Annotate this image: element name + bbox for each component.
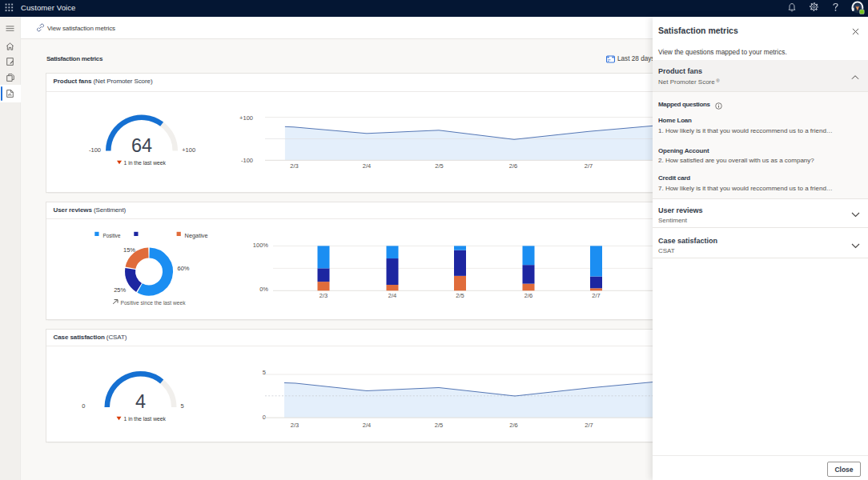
- svg-text:+100: +100: [239, 114, 253, 122]
- svg-text:Positive since the last week: Positive since the last week: [121, 299, 186, 306]
- svg-text:1 in the last week: 1 in the last week: [124, 159, 167, 166]
- svg-text:2/6: 2/6: [509, 422, 517, 429]
- svg-text:2/7: 2/7: [592, 292, 600, 299]
- svg-text:+100: +100: [182, 146, 195, 154]
- svg-text:60%: 60%: [178, 265, 190, 272]
- svg-text:2/3: 2/3: [319, 292, 328, 299]
- svg-text:1 in the last week: 1 in the last week: [124, 415, 167, 422]
- svg-text:Positive: Positive: [103, 232, 121, 239]
- svg-text:2/5: 2/5: [435, 422, 443, 429]
- svg-text:0%: 0%: [259, 286, 268, 293]
- svg-text:2/4: 2/4: [363, 162, 371, 170]
- svg-text:2/3: 2/3: [291, 422, 299, 429]
- svg-text:100%: 100%: [253, 242, 269, 249]
- svg-text:2/6: 2/6: [524, 292, 532, 299]
- svg-text:2/7: 2/7: [585, 162, 593, 170]
- svg-text:2/7: 2/7: [585, 422, 593, 429]
- svg-text:2/6: 2/6: [509, 162, 517, 170]
- svg-text:2/4: 2/4: [363, 422, 371, 429]
- svg-text:64: 64: [131, 135, 152, 156]
- svg-text:2/5: 2/5: [456, 292, 464, 299]
- svg-text:25%: 25%: [114, 286, 126, 294]
- svg-text:5: 5: [181, 402, 184, 410]
- svg-text:2/5: 2/5: [435, 162, 443, 170]
- svg-text:15%: 15%: [123, 246, 135, 254]
- svg-text:-100: -100: [241, 157, 253, 164]
- svg-text:4: 4: [135, 391, 146, 412]
- svg-text:-100: -100: [89, 146, 101, 154]
- svg-text:Negative: Negative: [185, 232, 208, 239]
- svg-text:2/4: 2/4: [388, 292, 396, 299]
- svg-text:2/3: 2/3: [290, 162, 298, 170]
- svg-text:5: 5: [263, 369, 266, 376]
- svg-text:0: 0: [82, 402, 85, 410]
